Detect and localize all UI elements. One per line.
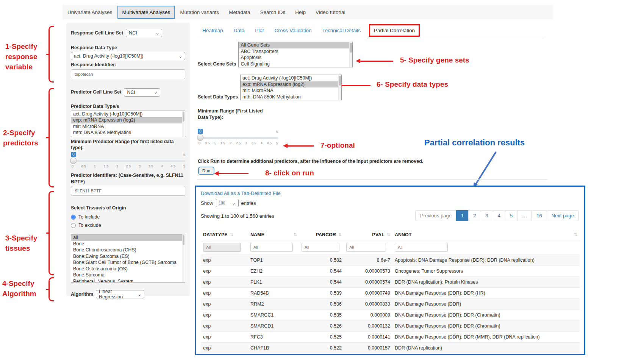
list-item[interactable]: all (71, 234, 185, 241)
list-item[interactable]: Bone:Chondrosarcoma (CHS) (71, 247, 185, 253)
list-item[interactable]: Apoptosis (239, 55, 352, 61)
list-item[interactable]: act: Drug Activity (-log10[IC50M]) (241, 75, 341, 81)
response-cell-line-set-value: NCI (129, 30, 137, 36)
cell-annot: Oncogenes; Tumor Suppressors (392, 266, 580, 277)
filter-parcor-input[interactable] (302, 243, 339, 252)
table-row: expEZH20.5440.00000573Oncogenes; Tumor S… (201, 266, 580, 277)
column-header-name[interactable]: NAME⇅ (248, 229, 299, 241)
nav-metadata[interactable]: Metadata (224, 6, 255, 19)
list-item[interactable]: Bone:Osteosarcoma (OS) (71, 266, 185, 272)
page-button-2[interactable]: 2 (468, 210, 481, 221)
tissue-include-option[interactable]: To include (71, 213, 185, 221)
predictor-identifiers-input[interactable] (71, 186, 185, 196)
sort-icon[interactable]: ⇅ (230, 232, 233, 237)
scrollbar[interactable] (338, 75, 341, 100)
nav-univariate-analyses[interactable]: Univariate Analyses (63, 6, 117, 19)
show-entries-control: Show 100 ⌄ entries (201, 199, 580, 207)
list-item[interactable]: mir: MicroRNA (241, 87, 341, 94)
cell-name: CHAF1B (248, 343, 299, 354)
page-button-4[interactable]: 4 (493, 210, 505, 221)
tissue-exclude-label: To exclude (78, 223, 101, 228)
list-item[interactable]: Bone:Ewing Sarcoma (ES) (71, 253, 185, 260)
partial-correlation-results-label: Partial correlation results (424, 138, 525, 148)
slider-handle[interactable] (197, 134, 203, 141)
tab-cross-validation[interactable]: Cross-Validation (269, 25, 317, 36)
annotation-step6: 6- Specify data types (377, 80, 448, 90)
page-button-16[interactable]: 16 (531, 210, 547, 221)
gene-sets-listbox: All Gene Sets ABC Transporters Apoptosis… (238, 42, 353, 67)
list-item[interactable]: act: Drug Activity (-log10[IC50M]) (71, 111, 185, 117)
list-item[interactable]: mir: MicroRNA (71, 123, 185, 130)
filter-datatype-input[interactable] (203, 243, 241, 252)
cell-parcor: 0.539 (299, 288, 344, 299)
tab-data[interactable]: Data (228, 25, 250, 36)
list-item[interactable]: Bone:Sarcoma (71, 272, 185, 278)
nav-mutation-variants[interactable]: Mutation variants (175, 6, 224, 19)
scrollbar[interactable] (182, 234, 185, 282)
sort-icon[interactable]: ⇅ (338, 232, 342, 237)
page-button-5[interactable]: 5 (505, 210, 517, 221)
tab-technical-details[interactable]: Technical Details (317, 25, 366, 36)
list-item[interactable]: Peripheral_Nervous_System (71, 278, 185, 283)
response-cell-line-set-select[interactable]: NCI ⌄ (126, 29, 162, 37)
tick-label: 3.5 (148, 164, 153, 168)
list-item[interactable]: Cell Signaling (239, 61, 352, 67)
tab-heatmap[interactable]: Heatmap (197, 25, 228, 36)
page-button-1[interactable]: 1 (456, 210, 469, 221)
tab-plot[interactable]: Plot (250, 25, 269, 36)
nav-multivariate-analyses[interactable]: Multivariate Analyses (117, 6, 175, 19)
next-page-button[interactable]: Next page (547, 210, 579, 221)
list-item[interactable]: mth: DNA 850K Methylation (71, 130, 185, 136)
list-item[interactable]: mth: DNA 850K Methylation (241, 94, 341, 100)
page-button-3[interactable]: 3 (481, 210, 493, 221)
download-all-link[interactable]: Download All as a Tab-Delimited File (201, 190, 281, 196)
list-item[interactable]: ABC Transporters (239, 48, 352, 55)
cell-datatype: exp (201, 288, 248, 299)
column-header-annot[interactable]: ANNOT⇅ (392, 229, 580, 241)
tab-partial-correlation[interactable]: Partial Correlation (369, 24, 420, 37)
scrollbar-thumb[interactable] (350, 43, 352, 53)
list-item[interactable]: Bone:Giant Cell Tumor of Bone (GCTB) Sar… (71, 259, 185, 266)
list-item[interactable]: Bone (71, 241, 185, 247)
results-table: DATATYPE⇅ NAME⇅ PARCOR⇅ PVAL⇅ ANNOT⇅ exp… (201, 229, 580, 353)
sort-icon[interactable]: ⇅ (574, 232, 577, 237)
slider-ticks: 00.511.522.533.544.55 (199, 141, 278, 145)
radio-unchecked-icon[interactable] (71, 223, 76, 228)
column-header-pval[interactable]: PVAL⇅ (344, 229, 392, 241)
nav-video-tutorial[interactable]: Video tutorial (311, 6, 350, 19)
scrollbar[interactable] (349, 42, 352, 67)
scrollbar-thumb[interactable] (183, 112, 184, 122)
cell-datatype: exp (201, 255, 248, 266)
chevron-down-icon: ⌄ (179, 54, 182, 59)
annotation-step3: 3-Specify tissues (5, 233, 47, 254)
filter-pval-input[interactable] (346, 243, 386, 252)
previous-page-button[interactable]: Previous page (415, 210, 456, 221)
annotation-step1: 1-Specify response variable (5, 42, 48, 72)
page-length-select[interactable]: 100 ⌄ (216, 199, 239, 207)
predictor-cell-line-set-select[interactable]: NCI ⌄ (124, 88, 160, 97)
nav-search-ids[interactable]: Search IDs (255, 6, 290, 19)
scrollbar-thumb[interactable] (339, 76, 341, 86)
list-item[interactable]: exp: mRNA Expression (log2) (71, 117, 185, 123)
algorithm-select[interactable]: Linear Regression ⌄ (96, 290, 144, 298)
slider-handle[interactable] (70, 158, 77, 164)
scrollbar-thumb[interactable] (183, 235, 184, 245)
column-header-parcor[interactable]: PARCOR⇅ (299, 229, 344, 241)
sort-icon[interactable]: ⇅ (387, 232, 390, 237)
cell-pval: 0.00000833 (344, 299, 392, 310)
sort-icon[interactable]: ⇅ (294, 232, 297, 237)
column-header-datatype[interactable]: DATATYPE⇅ (201, 229, 248, 241)
run-button[interactable]: Run (198, 167, 214, 175)
filter-annot-input[interactable] (395, 243, 448, 252)
scrollbar[interactable] (182, 111, 185, 137)
nav-help[interactable]: Help (290, 6, 311, 19)
radio-checked-icon[interactable] (71, 215, 76, 220)
tissue-exclude-option[interactable]: To exclude (71, 221, 185, 229)
response-data-type-select[interactable]: act: Drug Activity (-log10[IC50M]) ⌄ (71, 52, 185, 60)
filter-name-input[interactable] (250, 243, 293, 252)
slider-value-badge: 0 (71, 152, 76, 157)
list-item[interactable]: All Gene Sets (239, 42, 352, 48)
response-identifier-input[interactable] (71, 69, 185, 79)
partial-correlation-results-panel: Download All as a Tab-Delimited File Sho… (195, 186, 585, 355)
list-item[interactable]: exp: mRNA Expression (log2) (241, 81, 341, 88)
